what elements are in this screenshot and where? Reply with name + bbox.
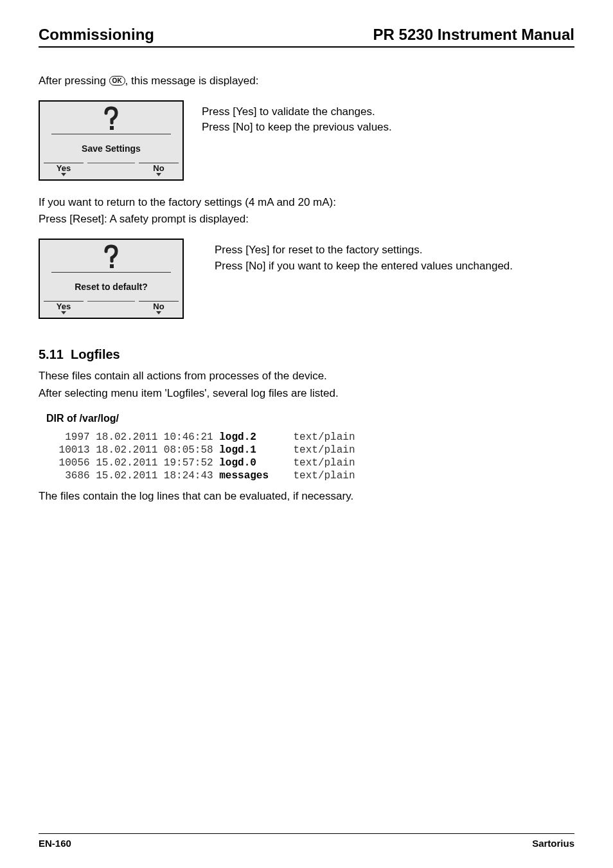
section-p1: These files contain all actions from pro… [39,368,574,384]
mid-line-1: If you want to return to the factory set… [39,195,574,211]
section-number: 5.11 [39,347,64,361]
section-title: Logfiles [71,347,120,361]
yes-button[interactable]: Yes [40,163,87,179]
header-manual-title: PR 5230 Instrument Manual [373,26,574,44]
section-heading: 5.11 Logfiles [39,347,574,362]
svg-rect-1 [110,264,114,268]
yes-button[interactable]: Yes [40,301,87,318]
dialog1-description: Press [Yes] to validate the changes. Pre… [184,100,392,136]
ok-key-icon: OK [109,76,125,86]
svg-rect-0 [110,126,114,130]
dir-heading: DIR of /var/log/ [46,413,574,424]
chevron-down-icon [61,173,66,176]
section-p2: After selecting menu item 'Logfiles', se… [39,386,574,402]
yes-label: Yes [57,302,71,311]
dialog2-side-line-2: Press [No] if you want to keep the enter… [215,258,513,275]
softkey-slot-2 [87,163,135,179]
section-p3: The files contain the log lines that can… [39,489,574,505]
dialog-title: Save Settings [40,134,182,163]
intro-prefix: After pressing [39,75,109,87]
intro-line: After pressing OK, this message is displ… [39,73,574,89]
dialog2-description: Press [Yes] for reset to the factory set… [184,239,513,274]
page-header: Commissioning PR 5230 Instrument Manual [39,26,574,48]
dialog2-side-line-1: Press [Yes] for reset to the factory set… [215,242,513,258]
no-label: No [153,302,164,311]
dialog1-side-line-2: Press [No] to keep the previous values. [202,120,392,136]
dialog1-side-line-1: Press [Yes] to validate the changes. [202,104,392,120]
question-mark-icon [40,102,182,132]
header-section-title: Commissioning [39,26,154,44]
footer-page-number: EN-160 [39,838,71,849]
footer-brand: Sartorius [532,838,574,849]
no-button[interactable]: No [135,301,182,318]
intro-suffix: , this message is displayed: [125,75,259,87]
dialog-title: Reset to default? [40,273,182,301]
softkey-slot-2 [87,301,135,318]
reset-default-dialog: Reset to default? Yes No [39,239,184,319]
file-listing: 1997 18.02.2011 10:46:21 logd.2 text/pla… [53,431,574,482]
mid-line-2: Press [Reset]: A safety prompt is displa… [39,212,574,228]
page-footer: EN-160 Sartorius [39,833,574,849]
no-label: No [153,163,164,173]
save-settings-dialog: Save Settings Yes No [39,100,184,181]
yes-label: Yes [57,163,71,173]
chevron-down-icon [156,311,161,314]
question-mark-icon [40,240,182,271]
chevron-down-icon [61,311,66,314]
chevron-down-icon [156,173,161,176]
no-button[interactable]: No [135,163,182,179]
